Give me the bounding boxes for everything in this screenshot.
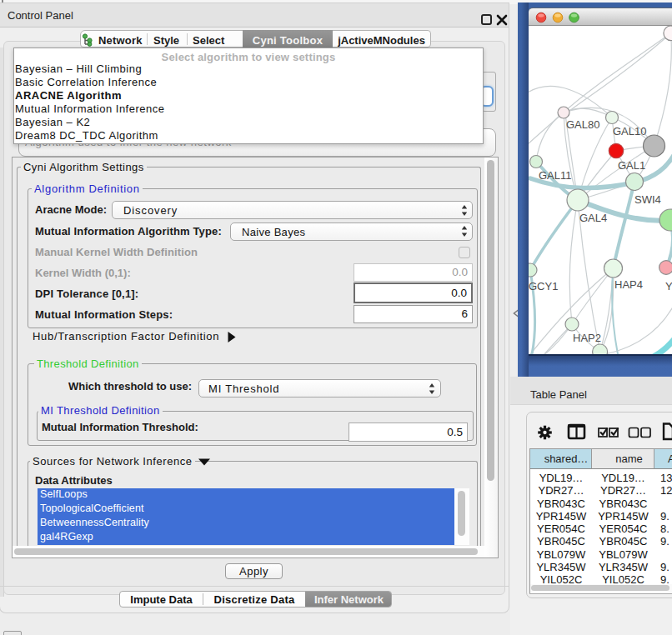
svg-text:HAP2: HAP2: [573, 332, 601, 344]
svg-text:GAL11: GAL11: [539, 169, 572, 182]
svg-text:GAL4: GAL4: [579, 212, 607, 224]
svg-text:Y: Y: [665, 280, 672, 292]
svg-text:GAL80: GAL80: [566, 118, 599, 131]
svg-text:GAL1: GAL1: [618, 159, 645, 172]
svg-text:HAP4: HAP4: [614, 278, 643, 291]
svg-text:GAL10: GAL10: [613, 125, 646, 138]
svg-text:SWI4: SWI4: [634, 193, 661, 206]
svg-text:GCY1: GCY1: [529, 280, 558, 292]
